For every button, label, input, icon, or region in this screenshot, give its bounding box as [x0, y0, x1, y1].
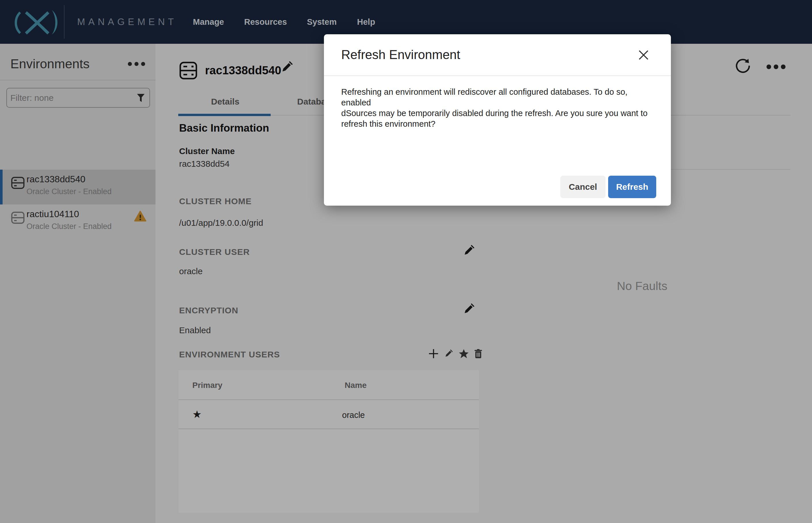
dialog-body-line: Refreshing an environment will rediscove…	[341, 87, 655, 108]
cancel-button[interactable]: Cancel	[560, 176, 606, 198]
dialog-body-line: refresh this environment?	[341, 119, 655, 129]
dialog-button-row: Cancel Refresh	[324, 176, 656, 198]
dialog-body-text: Refreshing an environment will rediscove…	[341, 87, 655, 129]
refresh-button[interactable]: Refresh	[608, 176, 656, 198]
close-icon[interactable]	[638, 49, 649, 61]
dialog-header-divider	[324, 75, 671, 76]
refresh-environment-dialog: Refresh Environment Refreshing an enviro…	[324, 34, 671, 205]
dialog-body-line: dSources may be temporarily disabled dur…	[341, 108, 655, 119]
dialog-title: Refresh Environment	[341, 48, 460, 62]
app-root: MANAGEMENT Manage Resources System Help …	[0, 0, 812, 523]
